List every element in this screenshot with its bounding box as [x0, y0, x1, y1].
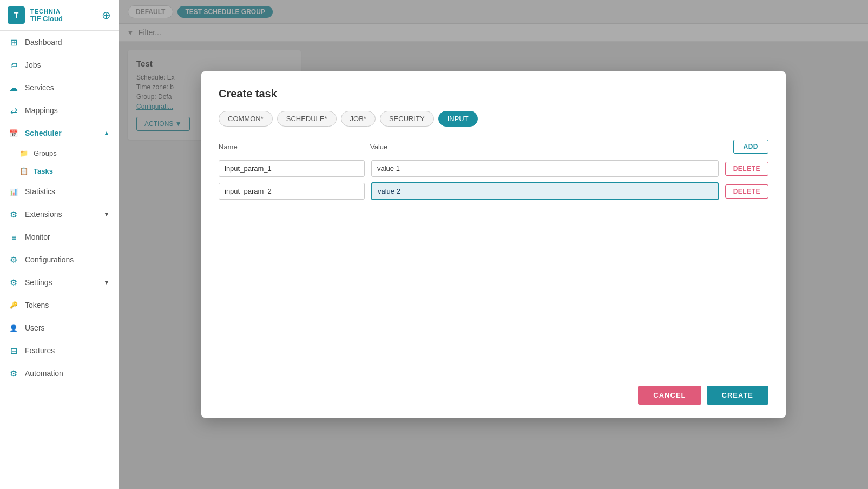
sidebar-item-label: Dashboard — [25, 38, 62, 47]
sidebar-item-services[interactable]: Services — [0, 76, 119, 99]
create-button[interactable]: CREATE — [707, 386, 768, 405]
dashboard-icon — [9, 37, 18, 47]
sidebar-item-label: Users — [25, 323, 45, 332]
sidebar-item-extensions[interactable]: Extensions ▼ — [0, 203, 119, 226]
param-name-input-1[interactable] — [219, 160, 365, 177]
sidebar-item-tokens[interactable]: Tokens — [0, 294, 119, 316]
sidebar-item-monitor[interactable]: Monitor — [0, 226, 119, 248]
tokens-icon — [9, 300, 18, 310]
sidebar-item-label: Services — [25, 83, 54, 92]
param-value-input-2[interactable] — [371, 182, 719, 200]
input-row-2: DELETE — [219, 182, 768, 200]
sidebar-item-label: Extensions — [25, 210, 62, 219]
delete-button-1[interactable]: DELETE — [725, 162, 768, 176]
modal-footer: CANCEL CREATE — [219, 375, 768, 405]
tab-security[interactable]: SECURITY — [380, 111, 434, 127]
app-logo-icon: T — [8, 6, 25, 24]
sidebar-item-settings[interactable]: Settings ▼ — [0, 271, 119, 294]
logo-text: TECHNIA TIF Cloud — [30, 8, 63, 23]
extensions-icon — [9, 209, 18, 219]
users-icon — [9, 323, 18, 333]
delete-button-2[interactable]: DELETE — [725, 184, 768, 199]
features-icon — [9, 346, 18, 355]
jobs-icon — [9, 60, 18, 70]
sidebar-item-scheduler[interactable]: Scheduler ▲ — [0, 122, 119, 144]
sidebar-item-label: Features — [25, 346, 55, 355]
sidebar-item-label: Monitor — [25, 233, 50, 241]
add-button[interactable]: ADD — [733, 140, 769, 154]
sidebar-item-statistics[interactable]: Statistics — [0, 180, 119, 203]
sidebar-item-automation[interactable]: Automation — [0, 362, 119, 385]
add-icon[interactable]: ⊕ — [102, 9, 111, 22]
tab-schedule[interactable]: SCHEDULE* — [277, 111, 337, 127]
create-task-modal: Create task COMMON* SCHEDULE* JOB* SECUR… — [201, 71, 786, 418]
automation-icon — [9, 368, 18, 378]
sidebar-item-label: Configurations — [25, 255, 74, 264]
mappings-icon — [9, 105, 18, 115]
sidebar-item-jobs[interactable]: Jobs — [0, 54, 119, 76]
sidebar-item-label: Jobs — [25, 61, 41, 69]
sidebar-item-users[interactable]: Users — [0, 316, 119, 339]
folder-icon: 📁 — [19, 149, 28, 157]
sidebar-item-dashboard[interactable]: Dashboard — [0, 31, 119, 54]
main-content: DEFAULT TEST SCHEDULE GROUP ▼ Test Sched… — [119, 0, 868, 489]
col-action-header: ADD — [714, 140, 768, 154]
logo-brand: TECHNIA — [30, 8, 63, 15]
services-icon — [9, 83, 18, 92]
chevron-up-icon: ▲ — [103, 129, 110, 137]
scheduler-subnav: 📁 Groups 📋 Tasks — [0, 144, 119, 180]
subnav-label: Tasks — [34, 167, 53, 175]
subnav-label: Groups — [34, 149, 57, 157]
input-row-1: DELETE — [219, 160, 768, 177]
modal-title: Create task — [219, 88, 768, 100]
tab-common[interactable]: COMMON* — [219, 111, 273, 127]
sidebar-item-label: Scheduler — [25, 129, 62, 137]
col-name-header: Name — [219, 143, 370, 151]
col-value-header: Value — [370, 143, 714, 151]
sidebar: T TECHNIA TIF Cloud ⊕ Dashboard Jobs Ser… — [0, 0, 119, 489]
sidebar-item-label: Automation — [25, 369, 63, 378]
sidebar-logo: T TECHNIA TIF Cloud ⊕ — [0, 0, 119, 31]
sidebar-item-features[interactable]: Features — [0, 339, 119, 362]
modal-overlay: Create task COMMON* SCHEDULE* JOB* SECUR… — [119, 0, 868, 489]
param-value-input-1[interactable] — [371, 160, 719, 177]
tab-job[interactable]: JOB* — [341, 111, 376, 127]
tab-input[interactable]: INPUT — [438, 111, 478, 127]
sidebar-item-tasks[interactable]: 📋 Tasks — [11, 162, 119, 180]
sidebar-item-label: Settings — [25, 278, 52, 287]
logo-product: TIF Cloud — [30, 15, 63, 23]
settings-icon — [9, 277, 18, 287]
input-table-header: Name Value ADD — [219, 140, 768, 154]
modal-tabs: COMMON* SCHEDULE* JOB* SECURITY INPUT — [219, 111, 768, 127]
cancel-button[interactable]: CANCEL — [638, 386, 701, 405]
monitor-icon — [9, 232, 18, 242]
sidebar-item-configurations[interactable]: Configurations — [0, 248, 119, 271]
scheduler-icon — [9, 128, 18, 138]
sidebar-item-label: Mappings — [25, 106, 58, 115]
sidebar-item-mappings[interactable]: Mappings — [0, 99, 119, 122]
statistics-icon — [9, 187, 18, 196]
tasks-icon: 📋 — [19, 167, 28, 175]
sidebar-item-groups[interactable]: 📁 Groups — [11, 144, 119, 162]
chevron-down-icon: ▼ — [103, 279, 110, 286]
chevron-down-icon: ▼ — [103, 210, 110, 218]
sidebar-item-label: Tokens — [25, 301, 49, 309]
sidebar-item-label: Statistics — [25, 187, 55, 196]
param-name-input-2[interactable] — [219, 183, 365, 200]
configurations-icon — [9, 255, 18, 265]
